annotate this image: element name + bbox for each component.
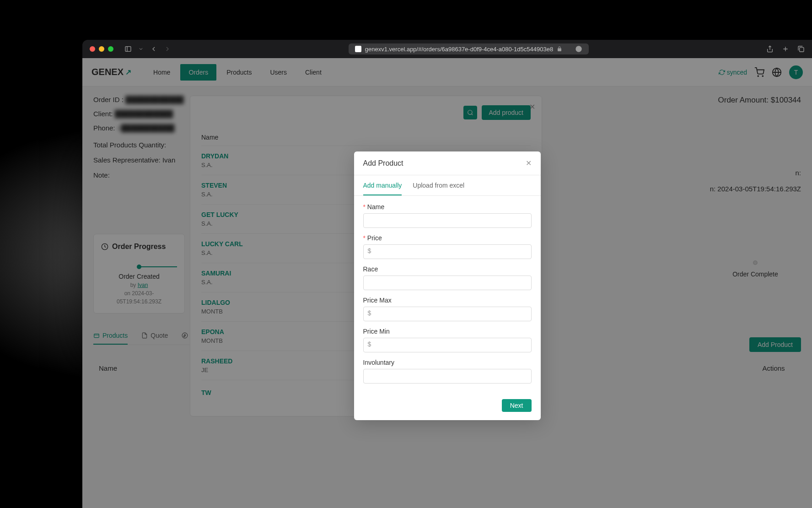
modal-tabs: Add manually Upload from excel (354, 175, 541, 196)
browser-right-controls (766, 45, 805, 53)
name-label: Name (363, 203, 532, 211)
currency-prefix: $ (368, 247, 371, 254)
form-row-involuntary: Involuntary (363, 359, 532, 384)
currency-prefix-min: $ (368, 340, 371, 348)
svg-rect-7 (800, 48, 804, 52)
traffic-lights (90, 46, 113, 52)
modal-close-icon[interactable]: ✕ (526, 159, 532, 168)
price-label: Price (363, 234, 532, 242)
currency-prefix-max: $ (368, 309, 371, 317)
svg-rect-2 (355, 46, 361, 52)
next-button[interactable]: Next (502, 399, 532, 412)
form-row-price: Price $ (363, 234, 532, 259)
modal-tab-excel[interactable]: Upload from excel (413, 182, 464, 195)
pricemax-input[interactable] (363, 307, 532, 321)
price-input[interactable] (363, 244, 532, 259)
modal-body: Name Price $ Race Price Max (354, 196, 541, 394)
reader-icon[interactable] (575, 45, 582, 53)
tabs-overview-icon[interactable] (797, 45, 805, 53)
form-row-race: Race (363, 265, 532, 290)
pricemin-input[interactable] (363, 338, 532, 352)
pricemax-label: Price Max (363, 297, 532, 304)
form-row-pricemax: Price Max $ (363, 297, 532, 321)
form-row-name: Name (363, 203, 532, 228)
browser-toolbar: genexv1.vercel.app/#/orders/6a98637e-d0f… (82, 40, 812, 58)
browser-window: genexv1.vercel.app/#/orders/6a98637e-d0f… (82, 40, 812, 508)
minimize-window-icon[interactable] (99, 46, 104, 52)
new-tab-icon[interactable] (782, 45, 789, 53)
back-icon[interactable] (150, 45, 157, 53)
lock-icon (557, 46, 562, 52)
site-icon (355, 46, 361, 52)
svg-rect-0 (125, 47, 131, 52)
browser-nav-controls (124, 45, 171, 53)
involuntary-input[interactable] (363, 369, 532, 384)
modal-tab-manual[interactable]: Add manually (363, 182, 402, 195)
url-bar[interactable]: genexv1.vercel.app/#/orders/6a98637e-d0f… (349, 43, 589, 54)
modal-header: Add Product ✕ (354, 151, 541, 175)
url-text: genexv1.vercel.app/#/orders/6a98637e-d0f… (365, 46, 553, 53)
pricemin-label: Price Min (363, 328, 532, 335)
forward-icon[interactable] (164, 45, 171, 53)
share-icon[interactable] (766, 45, 774, 53)
involuntary-label: Involuntary (363, 359, 532, 366)
race-label: Race (363, 265, 532, 273)
close-window-icon[interactable] (90, 46, 95, 52)
add-product-modal: Add Product ✕ Add manually Upload from e… (354, 151, 541, 420)
modal-title: Add Product (363, 159, 403, 168)
race-input[interactable] (363, 276, 532, 290)
form-row-pricemin: Price Min $ (363, 328, 532, 352)
app-content: GENEX ↗ Home Orders Products Users Clien… (82, 58, 812, 508)
modal-footer: Next (354, 394, 541, 420)
chevron-down-icon[interactable] (138, 46, 144, 52)
sidebar-toggle-icon[interactable] (124, 45, 132, 53)
maximize-window-icon[interactable] (108, 46, 113, 52)
svg-point-3 (575, 46, 581, 52)
name-input[interactable] (363, 213, 532, 228)
